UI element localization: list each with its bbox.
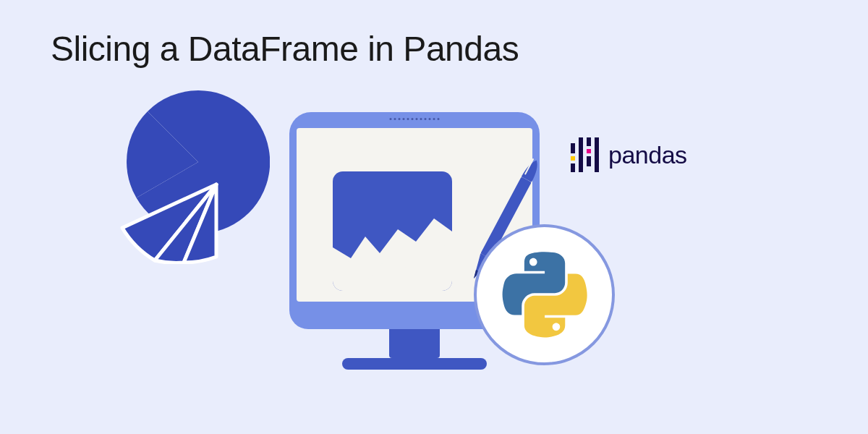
line-chart-icon [333, 171, 452, 291]
svg-rect-7 [571, 156, 575, 161]
pandas-logo-icon: pandas [571, 137, 687, 172]
pie-chart-icon [127, 90, 300, 250]
page-title: Slicing a DataFrame in Pandas [51, 29, 519, 69]
python-logo-icon [474, 224, 615, 365]
svg-rect-8 [571, 163, 575, 172]
svg-rect-11 [587, 149, 591, 153]
svg-rect-13 [595, 137, 599, 172]
hero-illustration: pandas [141, 98, 727, 416]
svg-rect-10 [587, 137, 591, 146]
pandas-label: pandas [608, 141, 687, 169]
svg-rect-6 [571, 143, 575, 153]
svg-rect-9 [579, 137, 583, 172]
svg-rect-12 [587, 156, 591, 166]
